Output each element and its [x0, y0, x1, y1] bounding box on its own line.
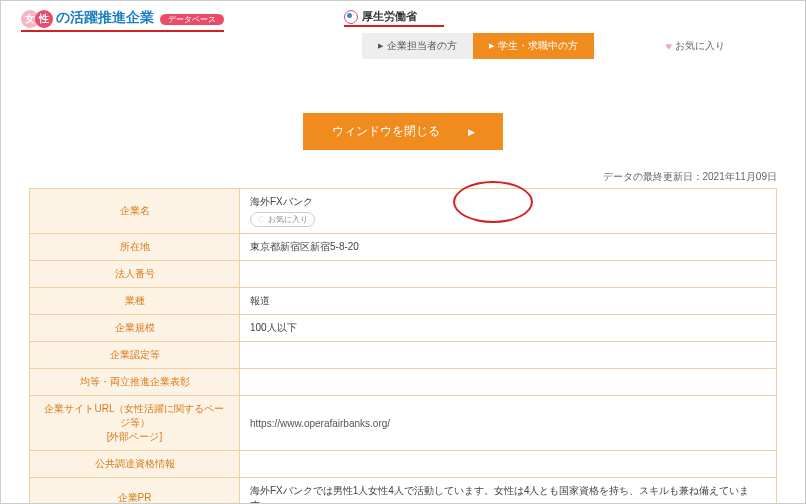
- nav-corporate[interactable]: ▶ 企業担当者の方: [362, 33, 473, 59]
- logo-text: の活躍推進企業: [56, 9, 154, 25]
- row-value-size: 100人以下: [240, 315, 777, 342]
- arrow-icon: ▶: [468, 127, 475, 137]
- heart-outline-icon: ♡: [257, 215, 265, 225]
- close-label: ウィンドウを閉じる: [332, 123, 440, 140]
- company-url-link[interactable]: https://www.operafairbanks.org/: [250, 418, 390, 429]
- mhlw-text: 厚生労働省: [362, 9, 417, 24]
- row-value-cert: [240, 342, 777, 369]
- row-value-name: 海外FXバンク ♡ お気に入り: [240, 189, 777, 234]
- close-window-button[interactable]: ウィンドウを閉じる ▶: [303, 113, 503, 150]
- triangle-icon: ▶: [489, 42, 494, 50]
- last-update: データの最終更新日：2021年11月09日: [1, 170, 805, 184]
- nav-student-label: 学生・求職中の方: [498, 39, 578, 53]
- company-name: 海外FXバンク: [250, 195, 766, 209]
- row-label-award: 均等・両立推進企業表彰: [30, 369, 240, 396]
- mhlw-block: 厚生労働省 ▶ 企業担当者の方 ▶ 学生・求職中の方: [344, 9, 594, 59]
- company-table: 企業名 海外FXバンク ♡ お気に入り 所在地 東京都新宿区新宿5-8-20 法…: [29, 188, 777, 504]
- logo-circle-2: 性: [35, 10, 53, 28]
- add-favorite-button[interactable]: ♡ お気に入り: [250, 212, 315, 227]
- row-value-pr: 海外FXバンクでは男性1人女性4人で活動しています。女性は4人とも国家資格を持ち…: [240, 478, 777, 505]
- row-label-industry: 業種: [30, 288, 240, 315]
- row-value-award: [240, 369, 777, 396]
- row-value-proc: [240, 451, 777, 478]
- row-label-size: 企業規模: [30, 315, 240, 342]
- fav-small-label: お気に入り: [268, 214, 308, 225]
- row-label-name: 企業名: [30, 189, 240, 234]
- row-value-loc: 東京都新宿区新宿5-8-20: [240, 234, 777, 261]
- nav-corporate-label: 企業担当者の方: [387, 39, 457, 53]
- mhlw-icon: [344, 10, 358, 24]
- row-value-industry: 報道: [240, 288, 777, 315]
- heart-icon: ♥: [665, 40, 672, 52]
- row-label-loc: 所在地: [30, 234, 240, 261]
- row-label-corpnum: 法人番号: [30, 261, 240, 288]
- row-label-proc: 公共調達資格情報: [30, 451, 240, 478]
- row-value-corpnum: [240, 261, 777, 288]
- favorites-link[interactable]: ♥ お気に入り: [665, 39, 725, 53]
- site-logo[interactable]: 女 性 の活躍推進企業 データベース: [21, 9, 224, 32]
- favorites-label: お気に入り: [675, 39, 725, 53]
- row-value-url: https://www.operafairbanks.org/: [240, 396, 777, 451]
- row-label-url: 企業サイトURL（女性活躍に関するページ等） [外部ページ]: [30, 396, 240, 451]
- row-label-cert: 企業認定等: [30, 342, 240, 369]
- nav-student[interactable]: ▶ 学生・求職中の方: [473, 33, 594, 59]
- logo-pill: データベース: [160, 14, 224, 25]
- triangle-icon: ▶: [378, 42, 383, 50]
- row-label-pr: 企業PR: [30, 478, 240, 505]
